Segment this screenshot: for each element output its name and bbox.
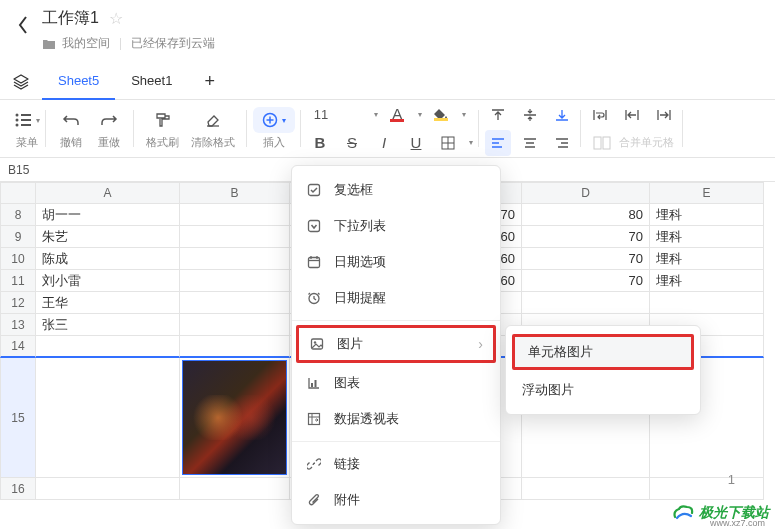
valign-middle-button[interactable] [517, 102, 543, 128]
select-all-corner[interactable] [0, 182, 36, 204]
col-header-E[interactable]: E [650, 182, 764, 204]
cell[interactable]: 埋科 [650, 248, 764, 270]
strikethrough-button[interactable]: S [339, 130, 365, 156]
bold-button[interactable]: B [307, 130, 333, 156]
underline-button[interactable]: U [403, 130, 429, 156]
font-color-button[interactable]: A [384, 102, 410, 128]
menu-item-chart[interactable]: 图表 [292, 365, 500, 401]
cell[interactable] [36, 358, 180, 478]
cell[interactable] [650, 478, 764, 500]
star-icon[interactable]: ☆ [109, 9, 123, 28]
col-header-A[interactable]: A [36, 182, 180, 204]
row-header[interactable]: 15 [0, 358, 36, 478]
menu-item-checkbox[interactable]: 复选框 [292, 172, 500, 208]
undo-label: 撤销 [60, 135, 82, 150]
italic-button[interactable]: I [371, 130, 397, 156]
cell[interactable] [180, 478, 290, 500]
inserted-image[interactable] [182, 360, 287, 475]
cell[interactable] [180, 248, 290, 270]
cell[interactable]: 陈成 [36, 248, 180, 270]
cell[interactable] [522, 478, 650, 500]
svg-rect-42 [311, 383, 313, 387]
link-icon [306, 456, 322, 472]
row-header[interactable]: 12 [0, 292, 36, 314]
indent-button[interactable] [651, 102, 677, 128]
font-size-select[interactable]: 11 [314, 107, 328, 122]
outdent-button[interactable] [619, 102, 645, 128]
clock-icon [306, 290, 322, 306]
tab-sheet1[interactable]: Sheet1 [115, 64, 188, 100]
undo-button[interactable] [58, 107, 84, 133]
cell[interactable]: 埋科 [650, 270, 764, 292]
cell[interactable]: 埋科 [650, 204, 764, 226]
row-header[interactable]: 10 [0, 248, 36, 270]
menu-item-image[interactable]: 图片› [296, 325, 496, 363]
cell[interactable] [180, 336, 290, 358]
divider [120, 38, 121, 50]
cell[interactable] [650, 292, 764, 314]
menu-button[interactable]: ▾ [14, 107, 40, 133]
cell[interactable] [180, 204, 290, 226]
wrap-text-button[interactable] [587, 102, 613, 128]
space-label[interactable]: 我的空间 [62, 35, 110, 52]
valign-top-button[interactable] [485, 102, 511, 128]
menu-item-dropdown[interactable]: 下拉列表 [292, 208, 500, 244]
row-header[interactable]: 11 [0, 270, 36, 292]
cell[interactable]: 70 [522, 226, 650, 248]
cell[interactable]: 埋科 [650, 226, 764, 248]
insert-button[interactable]: ▾ [253, 107, 295, 133]
add-sheet-button[interactable]: + [188, 71, 231, 92]
cell[interactable]: 70 [522, 248, 650, 270]
cell[interactable]: 朱艺 [36, 226, 180, 248]
cell[interactable]: 70 [522, 270, 650, 292]
col-header-B[interactable]: B [180, 182, 290, 204]
cell[interactable] [36, 478, 180, 500]
border-button[interactable] [435, 130, 461, 156]
format-painter-button[interactable] [150, 107, 176, 133]
row-header[interactable]: 14 [0, 336, 36, 358]
submenu-float-image[interactable]: 浮动图片 [506, 372, 700, 408]
menu-item-date-remind[interactable]: 日期提醒 [292, 280, 500, 316]
redo-button[interactable] [96, 107, 122, 133]
svg-rect-5 [21, 124, 31, 126]
layers-icon[interactable] [12, 73, 30, 91]
checkbox-icon [306, 182, 322, 198]
back-button[interactable] [16, 8, 30, 36]
clear-format-button[interactable] [200, 107, 226, 133]
cell[interactable]: 张三 [36, 314, 180, 336]
redo-label: 重做 [98, 135, 120, 150]
menu-item-attachment[interactable]: 附件 [292, 482, 500, 518]
cell[interactable] [522, 292, 650, 314]
svg-rect-43 [315, 380, 317, 387]
menu-item-pivot[interactable]: 数据透视表 [292, 401, 500, 437]
cell[interactable] [180, 292, 290, 314]
cell[interactable]: 王华 [36, 292, 180, 314]
align-center-button[interactable] [517, 130, 543, 156]
align-right-button[interactable] [549, 130, 575, 156]
row-header[interactable]: 13 [0, 314, 36, 336]
row-header[interactable]: 8 [0, 204, 36, 226]
cell[interactable]: 刘小雷 [36, 270, 180, 292]
cell[interactable] [180, 270, 290, 292]
menu-item-link[interactable]: 链接 [292, 446, 500, 482]
submenu-cell-image[interactable]: 单元格图片 [512, 334, 694, 370]
fill-color-button[interactable] [428, 102, 454, 128]
cell[interactable] [36, 336, 180, 358]
merge-cells-button[interactable] [591, 130, 613, 156]
cell[interactable]: 胡一一 [36, 204, 180, 226]
row-header[interactable]: 16 [0, 478, 36, 500]
col-header-D[interactable]: D [522, 182, 650, 204]
workbook-title: 工作簿1 [42, 8, 99, 29]
cell[interactable] [180, 226, 290, 248]
menu-item-date-option[interactable]: 日期选项 [292, 244, 500, 280]
cell[interactable]: 80 [522, 204, 650, 226]
watermark-text: 极光下载站 [699, 504, 769, 522]
attachment-icon [306, 492, 322, 508]
svg-point-2 [16, 119, 19, 122]
align-left-button[interactable] [485, 130, 511, 156]
row-header[interactable]: 9 [0, 226, 36, 248]
cell[interactable] [180, 314, 290, 336]
tab-sheet5[interactable]: Sheet5 [42, 64, 115, 100]
valign-bottom-button[interactable] [549, 102, 575, 128]
cell-image[interactable] [180, 358, 290, 478]
